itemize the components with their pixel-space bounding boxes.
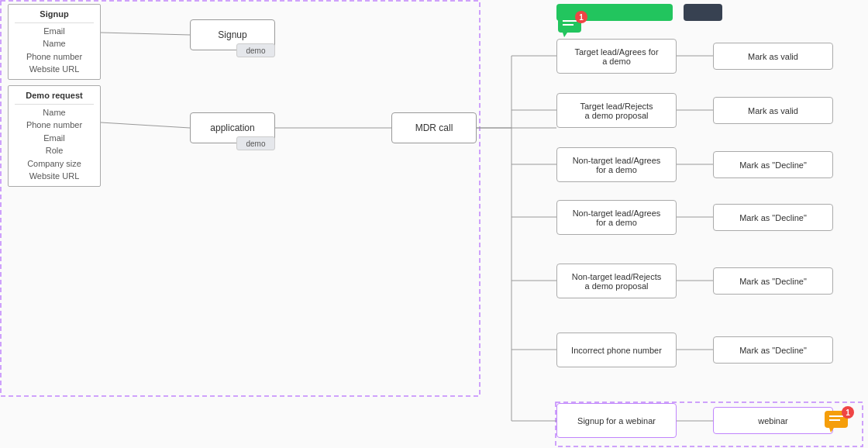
outcome-6[interactable]: Incorrect phone number bbox=[556, 333, 677, 367]
action-4[interactable]: Mark as "Decline" bbox=[713, 204, 833, 231]
action-6[interactable]: Mark as "Decline" bbox=[713, 336, 833, 364]
chat-bubble-top-badge: 1 bbox=[575, 11, 587, 23]
svg-line-3 bbox=[101, 122, 190, 128]
outcome-7[interactable]: Signup for a webinar bbox=[556, 403, 677, 438]
canvas: Signup Email Name Phone number Website U… bbox=[0, 0, 868, 448]
field-website: Website URL bbox=[15, 63, 94, 76]
mdr-call-node[interactable]: MDR call bbox=[391, 112, 477, 143]
dr-field-company: Company size bbox=[15, 157, 94, 171]
signup-title: Signup bbox=[15, 8, 94, 23]
svg-line-2 bbox=[101, 33, 190, 35]
chat-bubble-top: 1 bbox=[556, 14, 584, 37]
chat-bubble-webinar-badge: 1 bbox=[842, 406, 854, 419]
action-2[interactable]: Mark as valid bbox=[713, 97, 833, 124]
dark-button[interactable] bbox=[684, 4, 722, 21]
outcome-4[interactable]: Non-target lead/Agrees for a demo bbox=[556, 200, 677, 235]
action-5[interactable]: Mark as "Decline" bbox=[713, 267, 833, 295]
action-7[interactable]: webinar bbox=[713, 407, 833, 434]
action-1[interactable]: Mark as valid bbox=[713, 43, 833, 70]
field-phone: Phone number bbox=[15, 50, 94, 64]
outcome-2[interactable]: Target lead/Rejects a demo proposal bbox=[556, 93, 677, 128]
demo-request-field-box: Demo request Name Phone number Email Rol… bbox=[8, 85, 101, 187]
chat-bubble-webinar: 1 bbox=[823, 409, 851, 432]
demo-request-title: Demo request bbox=[15, 89, 94, 105]
field-name: Name bbox=[15, 37, 94, 50]
outcome-3[interactable]: Non-target lead/Agrees for a demo bbox=[556, 147, 677, 182]
outcome-5[interactable]: Non-target lead/Rejects a demo proposal bbox=[556, 264, 677, 298]
svg-marker-24 bbox=[563, 33, 567, 37]
outcome-1[interactable]: Target lead/Agrees for a demo bbox=[556, 39, 677, 74]
dr-field-website: Website URL bbox=[15, 170, 94, 183]
dr-field-name: Name bbox=[15, 106, 94, 119]
demo-label-2: demo bbox=[236, 136, 275, 150]
dr-field-email: Email bbox=[15, 132, 94, 145]
field-email: Email bbox=[15, 25, 94, 38]
action-3[interactable]: Mark as "Decline" bbox=[713, 151, 833, 178]
dr-field-role: Role bbox=[15, 144, 94, 157]
dr-field-phone: Phone number bbox=[15, 119, 94, 132]
svg-marker-28 bbox=[829, 428, 834, 432]
signup-field-box: Signup Email Name Phone number Website U… bbox=[8, 4, 101, 80]
demo-label-1: demo bbox=[236, 43, 275, 57]
